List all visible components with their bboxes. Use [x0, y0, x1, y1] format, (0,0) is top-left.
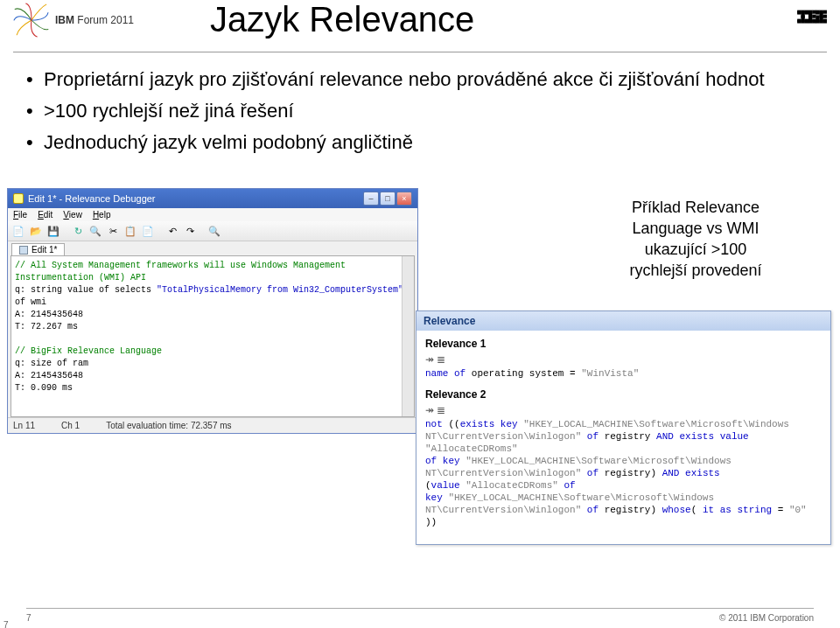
relevance-panel-title: Relevance	[416, 311, 830, 331]
new-file-icon[interactable]: 📄	[11, 224, 25, 238]
undo-icon[interactable]: ↶	[165, 224, 179, 238]
redo-icon[interactable]: ↷	[183, 224, 197, 238]
relevance-toolbar-icons: ↠ ≣	[425, 404, 822, 416]
bullet-list: Proprietární jazyk pro zjišťování releva…	[26, 68, 814, 154]
code-line: q: size of ram	[15, 358, 410, 370]
debugger-screenshot: Edit 1* - Relevance Debugger – □ × File …	[7, 188, 418, 434]
example-caption: Příklad Relevance Language vs WMI ukazuj…	[586, 197, 805, 281]
window-title-text: Edit 1* - Relevance Debugger	[28, 193, 156, 204]
tab-icon	[19, 246, 28, 255]
page-number-secondary: 7	[4, 620, 9, 628]
refresh-icon[interactable]: ↻	[71, 224, 85, 238]
status-ln: Ln 11	[13, 421, 35, 430]
code-line: A: 2145435648	[15, 309, 410, 321]
menu-file[interactable]: File	[13, 210, 27, 220]
caption-line: rychlejší provedení	[586, 260, 805, 281]
open-icon[interactable]: 📂	[29, 224, 43, 238]
arrow-icon[interactable]: ↠	[425, 353, 434, 366]
arrow-icon[interactable]: ↠	[425, 404, 434, 416]
relevance-panel-body: Relevance 1 ↠ ≣ name of operating system…	[416, 331, 830, 544]
code-line: A: 2145435648	[15, 370, 410, 382]
menu-bar: File Edit View Help	[8, 208, 417, 221]
relevance-1-title: Relevance 1	[425, 338, 822, 350]
window-buttons: – □ ×	[363, 192, 412, 206]
editor-tabs: Edit 1*	[8, 241, 417, 255]
status-bar: Ln 11 Ch 1 Total evaluation time: 72.357…	[8, 417, 417, 433]
menu-view[interactable]: View	[63, 210, 82, 220]
tab-label: Edit 1*	[32, 245, 57, 255]
code-line: T: 0.090 ms	[15, 382, 410, 394]
code-line: T: 72.267 ms	[15, 321, 410, 333]
code-line: q: string value of selects "TotalPhysica…	[15, 284, 410, 309]
relevance-2-title: Relevance 2	[425, 388, 822, 401]
bullet-3: Jednoduchý jazyk velmi podobný angličtin…	[26, 131, 814, 154]
editor-tab[interactable]: Edit 1*	[11, 243, 65, 255]
relevance-section-1: Relevance 1 ↠ ≣ name of operating system…	[425, 338, 822, 380]
slide-footer: 7 © 2011 IBM Corporation	[0, 613, 840, 623]
relevance-2-code: not ((exists key "HKEY_LOCAL_MACHINE\Sof…	[425, 418, 822, 528]
zoom-icon[interactable]: 🔍	[207, 224, 221, 238]
copyright-text: © 2011 IBM Corporation	[719, 613, 814, 623]
search-icon[interactable]: 🔍	[88, 224, 102, 238]
toolbar: 📄 📂 💾 ↻ 🔍 ✂ 📋 📄 ↶ ↷ 🔍	[8, 221, 417, 241]
code-line: // BigFix Relevance Language	[15, 345, 410, 358]
caption-line: ukazující >100	[586, 239, 805, 260]
cut-icon[interactable]: ✂	[106, 224, 120, 238]
close-button[interactable]: ×	[396, 192, 412, 206]
forum-logo: IBM Forum 2011	[13, 2, 134, 38]
maximize-button[interactable]: □	[380, 192, 396, 206]
page-number: 7	[26, 613, 32, 623]
footer-divider	[26, 608, 814, 609]
copy-icon[interactable]: 📋	[123, 224, 137, 238]
bullet-1: Proprietární jazyk pro zjišťování releva…	[26, 68, 814, 91]
status-eval: Total evaluation time: 72.357 ms	[106, 421, 231, 430]
caption-line: Language vs WMI	[586, 218, 805, 239]
menu-help[interactable]: Help	[93, 210, 111, 220]
slide-header: IBM Forum 2011 Jazyk Relevance ▄▄▄▄▄▄▄▄▀…	[13, 0, 827, 52]
code-editor[interactable]: // All System Management frameworks will…	[10, 255, 415, 417]
ibm-logo-icon: ▄▄▄▄▄▄▄▄▀█▀█▄▀█▄▄█▄█▄██▄▀▀▀▀▀▀▀▀	[797, 9, 827, 26]
bullet-2: >100 rychlejší než jiná řešení	[26, 100, 814, 122]
debugger-window: Edit 1* - Relevance Debugger – □ × File …	[7, 188, 418, 434]
lines-icon[interactable]: ≣	[437, 404, 445, 416]
menu-edit[interactable]: Edit	[38, 210, 52, 220]
relevance-1-code: name of operating system = "WinVista"	[425, 367, 822, 380]
window-titlebar: Edit 1* - Relevance Debugger – □ ×	[8, 189, 417, 208]
forum-label: IBM Forum 2011	[55, 14, 134, 26]
relevance-section-2: Relevance 2 ↠ ≣ not ((exists key "HKEY_L…	[425, 388, 822, 528]
save-icon[interactable]: 💾	[46, 224, 60, 238]
window-icon	[13, 193, 24, 204]
minimize-button[interactable]: –	[363, 192, 379, 206]
relevance-panel: Relevance Relevance 1 ↠ ≣ name of operat…	[416, 311, 831, 545]
slide-body: Proprietární jazyk pro zjišťování releva…	[0, 52, 840, 154]
paste-icon[interactable]: 📄	[141, 224, 155, 238]
scrollbar[interactable]	[402, 256, 414, 416]
slide-title: Jazyk Relevance	[210, 0, 474, 39]
code-line: // All System Management frameworks will…	[15, 260, 410, 284]
status-ch: Ch 1	[61, 421, 80, 430]
lines-icon[interactable]: ≣	[437, 353, 445, 366]
relevance-toolbar-icons: ↠ ≣	[425, 353, 822, 366]
swirl-icon	[13, 2, 50, 38]
caption-line: Příklad Relevance	[586, 197, 805, 218]
